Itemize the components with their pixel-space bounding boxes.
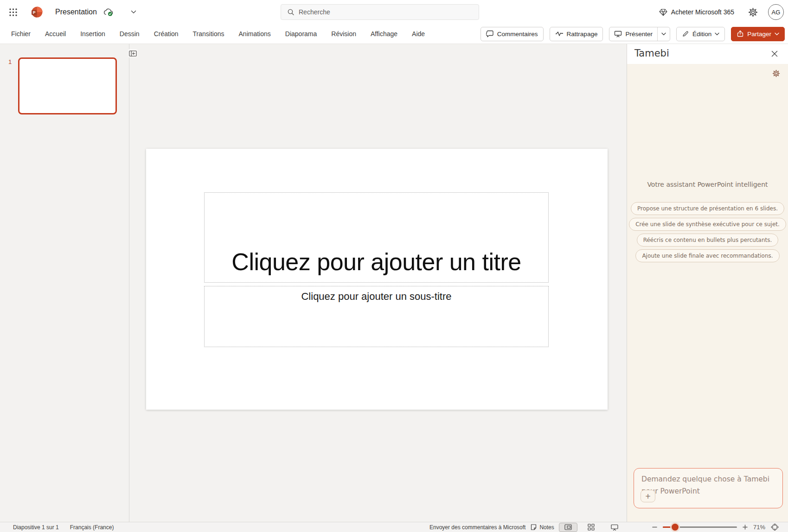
account-avatar[interactable]: AG xyxy=(768,4,784,20)
share-button[interactable]: Partager xyxy=(731,27,785,41)
search-icon xyxy=(287,8,295,16)
comments-label: Commentaires xyxy=(497,31,538,38)
premium-diamond-icon xyxy=(659,8,667,16)
catchup-label: Rattrapage xyxy=(567,31,598,38)
status-bar-left: Diapositive 1 sur 1 Français (France) xyxy=(13,522,114,532)
grid-view-icon xyxy=(588,524,595,531)
language-selector[interactable]: Français (France) xyxy=(70,524,114,531)
title-placeholder-text: Cliquez pour ajouter un titre xyxy=(231,248,521,282)
comments-button[interactable]: Commentaires xyxy=(480,27,544,41)
assistant-input-box[interactable]: Demandez quelque chose à Tamebi pour Pow… xyxy=(634,468,783,508)
svg-text:P: P xyxy=(33,10,36,15)
settings-gear-icon xyxy=(748,7,758,17)
editing-label: Édition xyxy=(692,31,711,38)
slide-thumbnail-pane: 1 xyxy=(0,44,129,522)
settings-button[interactable] xyxy=(748,7,758,17)
avatar-initials: AG xyxy=(772,9,781,16)
search-bar[interactable] xyxy=(281,4,479,20)
suggestion-pill[interactable]: Ajoute une slide finale avec recommandat… xyxy=(635,249,779,262)
zoom-slider-thumb[interactable] xyxy=(672,524,679,531)
suggestion-pill[interactable]: Propose une structure de présentation en… xyxy=(631,202,784,215)
zoom-level[interactable]: 71% xyxy=(753,524,765,531)
assistant-tagline: Votre assistant PowerPoint intelligent xyxy=(627,181,788,188)
close-icon xyxy=(771,51,778,57)
assistant-settings-button[interactable] xyxy=(772,70,780,77)
powerpoint-logo[interactable]: P xyxy=(31,6,43,19)
tab-insertion[interactable]: Insertion xyxy=(79,28,106,39)
present-icon xyxy=(614,30,622,38)
suggestion-pill[interactable]: Réécris ce contenu en bullets plus percu… xyxy=(637,234,779,247)
app-launcher-button[interactable] xyxy=(6,6,19,19)
normal-view-icon xyxy=(564,524,572,530)
normal-view-button[interactable] xyxy=(559,523,577,532)
powerpoint-web-app: P Presentation xyxy=(0,0,788,532)
slide-canvas-area: Cliquez pour ajouter un titre Cliquez po… xyxy=(129,44,627,522)
subtitle-placeholder-text: Cliquez pour ajouter un sous-titre xyxy=(301,286,451,303)
status-bar-zoom-controls: 71% xyxy=(652,522,779,532)
document-title[interactable]: Presentation xyxy=(55,8,97,16)
assistant-input-placeholder: Demandez quelque chose à Tamebi pour Pow… xyxy=(641,473,777,494)
zoom-out-button[interactable] xyxy=(652,525,657,530)
notes-button[interactable]: Notes xyxy=(530,524,554,531)
tab-aide[interactable]: Aide xyxy=(411,28,426,39)
buy-microsoft-365-button[interactable]: Acheter Microsoft 365 xyxy=(655,6,738,19)
slide-editing-surface[interactable]: Cliquez pour ajouter un titre Cliquez po… xyxy=(146,149,608,410)
top-bar-right: Acheter Microsoft 365 xyxy=(655,0,788,24)
zoom-slider[interactable] xyxy=(663,526,737,528)
chevron-down-icon xyxy=(661,32,666,36)
feedback-link[interactable]: Envoyer des commentaires à Microsoft xyxy=(429,524,525,531)
assistant-input-placeholder-line1: Demandez quelque chose à Tamebi xyxy=(641,473,777,485)
slide-thumbnail-1[interactable] xyxy=(18,57,117,114)
title-placeholder[interactable]: Cliquez pour ajouter un titre xyxy=(204,192,549,283)
slideshow-icon xyxy=(611,524,618,531)
subtitle-placeholder[interactable]: Cliquez pour ajouter un sous-titre xyxy=(204,286,549,347)
app-launcher-icon xyxy=(9,8,18,17)
assistant-panel-title: Tamebi xyxy=(634,48,669,59)
saved-cloud-icon[interactable] xyxy=(103,7,114,17)
assistant-suggestions: Propose une structure de présentation en… xyxy=(627,202,788,262)
tab-fichier[interactable]: Fichier xyxy=(10,28,32,39)
slide-sorter-view-button[interactable] xyxy=(582,523,601,532)
edit-pencil-icon xyxy=(682,30,689,38)
comments-icon xyxy=(486,30,494,38)
fit-slide-icon xyxy=(771,524,779,531)
present-options-dropdown[interactable] xyxy=(657,27,670,41)
tab-diaporama[interactable]: Diaporama xyxy=(284,28,318,39)
present-split-button: Présenter xyxy=(609,27,670,41)
catchup-button[interactable]: Rattrapage xyxy=(550,27,603,41)
slide-counter[interactable]: Diapositive 1 sur 1 xyxy=(13,524,59,531)
title-menu-chevron[interactable] xyxy=(131,10,136,14)
plus-icon: + xyxy=(645,492,651,500)
buy-microsoft-365-label: Acheter Microsoft 365 xyxy=(671,8,734,16)
assistant-add-button[interactable]: + xyxy=(641,490,655,502)
top-bar-left: P Presentation xyxy=(0,0,136,24)
tab-creation[interactable]: Création xyxy=(153,28,179,39)
tab-animations[interactable]: Animations xyxy=(238,28,272,39)
fit-slide-button[interactable] xyxy=(771,524,779,531)
tab-revision[interactable]: Révision xyxy=(330,28,357,39)
search-input[interactable] xyxy=(299,8,466,16)
tab-affichage[interactable]: Affichage xyxy=(370,28,398,39)
settings-gear-icon xyxy=(772,70,780,77)
slideshow-view-button[interactable] xyxy=(605,523,624,532)
status-bar-middle: Envoyer des commentaires à Microsoft Not… xyxy=(429,522,624,532)
close-panel-button[interactable] xyxy=(770,49,779,58)
slide-thumbnail-number: 1 xyxy=(8,58,12,65)
chevron-down-icon xyxy=(775,32,779,36)
suggestion-pill[interactable]: Crée une slide de synthèse exécutive pou… xyxy=(629,218,786,231)
tab-accueil[interactable]: Accueil xyxy=(44,28,67,39)
ribbon: Fichier Accueil Insertion Dessin Créatio… xyxy=(0,24,788,44)
present-button[interactable]: Présenter xyxy=(609,27,657,41)
present-label: Présenter xyxy=(625,31,653,38)
tab-transitions[interactable]: Transitions xyxy=(192,28,225,39)
ribbon-tabs: Fichier Accueil Insertion Dessin Créatio… xyxy=(10,24,426,44)
ribbon-actions: Commentaires Rattrapage xyxy=(480,24,785,44)
tab-dessin[interactable]: Dessin xyxy=(119,28,141,39)
chevron-down-icon xyxy=(715,32,719,36)
assistant-panel: Tamebi xyxy=(627,44,788,522)
notes-icon xyxy=(530,524,537,531)
zoom-in-button[interactable] xyxy=(743,525,748,530)
notes-label: Notes xyxy=(539,524,554,531)
editing-mode-button[interactable]: Édition xyxy=(676,27,725,41)
status-bar: Diapositive 1 sur 1 Français (France) En… xyxy=(0,522,788,532)
